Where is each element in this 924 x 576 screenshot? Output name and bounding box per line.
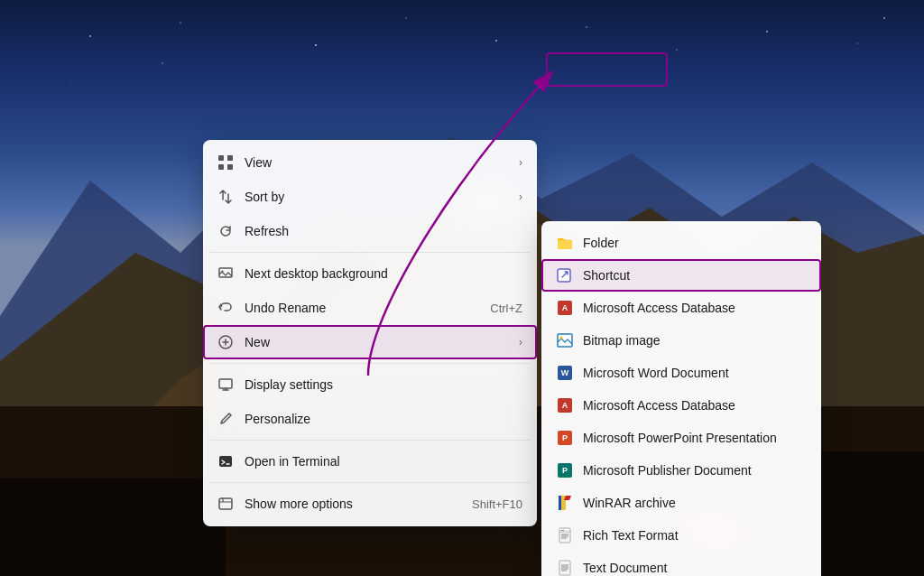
undo-icon: [217, 300, 234, 316]
view-chevron: ›: [519, 156, 522, 169]
separator-1: [210, 252, 530, 253]
more-icon: [217, 496, 234, 512]
svg-point-7: [676, 49, 678, 51]
folder-label: Folder: [583, 236, 619, 250]
submenu-rtf[interactable]: Rich Text Format: [541, 519, 821, 552]
word-icon: W: [556, 364, 574, 382]
submenu-shortcut[interactable]: Shortcut: [541, 259, 821, 292]
new-chevron: ›: [519, 336, 522, 348]
rtf-label: Rich Text Format: [583, 528, 679, 543]
svg-point-6: [586, 26, 587, 28]
refresh-label: Refresh: [245, 224, 522, 238]
submenu-txt[interactable]: Text Document: [541, 552, 821, 576]
separator-2: [210, 363, 530, 364]
ppt-icon: P: [556, 429, 574, 447]
svg-point-4: [405, 17, 406, 18]
menu-item-display[interactable]: Display settings: [203, 367, 537, 402]
svg-rect-23: [0, 478, 226, 576]
svg-point-31: [222, 271, 224, 273]
menu-item-view[interactable]: View ›: [203, 145, 537, 180]
svg-rect-42: [559, 496, 561, 510]
submenu-folder[interactable]: Folder: [541, 227, 821, 259]
new-label: New: [245, 335, 508, 349]
new-icon: [217, 334, 234, 350]
sort-icon: [217, 189, 234, 205]
bitmap-label: Bitmap image: [583, 333, 661, 348]
undo-label: Undo Rename: [245, 301, 479, 315]
svg-rect-27: [227, 155, 233, 161]
menu-item-terminal[interactable]: Open in Terminal: [203, 444, 537, 478]
svg-point-10: [71, 80, 72, 81]
display-icon: [217, 376, 234, 393]
svg-rect-44: [561, 530, 564, 531]
winrar-label: WinRAR archive: [583, 496, 676, 510]
menu-item-refresh[interactable]: Refresh: [203, 214, 537, 248]
submenu-ppt[interactable]: P Microsoft PowerPoint Presentation: [541, 422, 821, 454]
svg-rect-26: [218, 155, 224, 161]
menu-item-personalize[interactable]: Personalize: [203, 402, 537, 436]
menu-item-sort[interactable]: Sort by ›: [203, 180, 537, 214]
submenu-word[interactable]: W Microsoft Word Document: [541, 357, 821, 389]
txt-icon: [556, 559, 574, 576]
display-label: Display settings: [245, 377, 522, 392]
separator-3: [210, 440, 530, 441]
terminal-icon: [217, 453, 234, 469]
menu-item-more[interactable]: Show more options Shift+F10: [203, 487, 537, 521]
personalize-label: Personalize: [245, 412, 522, 426]
svg-point-1: [89, 35, 91, 37]
submenu-pub[interactable]: P Microsoft Publisher Document: [541, 454, 821, 487]
next-bg-label: Next desktop background: [245, 266, 522, 281]
ppt-label: Microsoft PowerPoint Presentation: [583, 431, 777, 445]
context-menu: View › Sort by › Refresh Next: [203, 140, 537, 526]
svg-point-12: [883, 17, 885, 19]
pub-label: Microsoft Publisher Document: [583, 463, 752, 478]
svg-rect-34: [219, 456, 232, 467]
access-icon-1: A: [556, 299, 574, 317]
more-shortcut: Shift+F10: [472, 497, 522, 511]
menu-item-undo[interactable]: Undo Rename Ctrl+Z: [203, 291, 537, 325]
txt-label: Text Document: [583, 561, 667, 575]
terminal-label: Open in Terminal: [245, 454, 522, 469]
submenu-new: Folder Shortcut A Microsoft Access Datab…: [541, 221, 821, 576]
next-bg-icon: [217, 265, 234, 282]
pub-icon: P: [556, 461, 574, 479]
access-icon-2: A: [556, 396, 574, 414]
svg-rect-29: [227, 164, 233, 170]
svg-rect-33: [219, 379, 232, 388]
winrar-icon: [556, 494, 574, 512]
shortcut-icon: [556, 266, 574, 284]
separator-4: [210, 482, 530, 483]
refresh-icon: [217, 223, 234, 239]
access1-label: Microsoft Access Database: [583, 301, 735, 315]
svg-point-39: [560, 337, 563, 339]
svg-point-9: [856, 42, 857, 43]
submenu-bitmap[interactable]: Bitmap image: [541, 324, 821, 357]
svg-point-5: [495, 40, 497, 42]
access2-label: Microsoft Access Database: [583, 398, 735, 413]
menu-item-next-bg[interactable]: Next desktop background: [203, 256, 537, 291]
svg-point-8: [766, 31, 768, 33]
submenu-access2[interactable]: A Microsoft Access Database: [541, 389, 821, 422]
submenu-access1[interactable]: A Microsoft Access Database: [541, 292, 821, 324]
svg-point-2: [180, 22, 181, 23]
undo-shortcut: Ctrl+Z: [490, 302, 522, 315]
svg-rect-36: [219, 498, 232, 509]
more-label: Show more options: [245, 497, 461, 511]
shortcut-label: Shortcut: [583, 268, 630, 283]
svg-rect-43: [559, 528, 570, 543]
submenu-winrar[interactable]: WinRAR archive: [541, 487, 821, 519]
svg-point-3: [315, 44, 317, 46]
brush-icon: [217, 411, 234, 427]
rtf-icon: [556, 526, 574, 544]
sort-chevron: ›: [519, 190, 522, 203]
view-label: View: [245, 155, 508, 170]
svg-point-11: [162, 62, 163, 64]
view-icon: [217, 154, 234, 171]
svg-rect-28: [218, 164, 224, 170]
sort-label: Sort by: [245, 190, 508, 204]
menu-item-new[interactable]: New ›: [203, 325, 537, 359]
folder-icon: [556, 234, 574, 252]
word-label: Microsoft Word Document: [583, 366, 729, 380]
bitmap-icon: [556, 331, 574, 349]
svg-rect-48: [559, 561, 570, 575]
